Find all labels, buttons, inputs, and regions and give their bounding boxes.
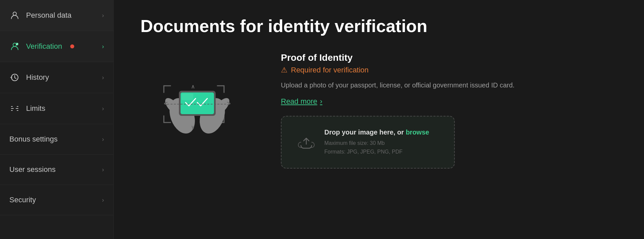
verification-icon <box>9 41 20 52</box>
required-badge: ⚠ Required for verification <box>281 66 617 74</box>
file-formats: Formats: JPG, JPEG, PNG, PDF <box>324 148 429 156</box>
svg-text:∧: ∧ <box>191 84 195 89</box>
user-sessions-label: User sessions <box>9 165 56 174</box>
warning-triangle-icon: ⚠ <box>281 66 288 74</box>
required-label: Required for verification <box>291 66 368 74</box>
drop-text-main: Drop your image here, or browse <box>324 129 429 136</box>
svg-text:∨: ∨ <box>191 125 195 130</box>
limits-label: Limits <box>26 104 45 113</box>
sidebar-item-history[interactable]: History › <box>0 62 113 93</box>
svg-rect-10 <box>182 93 193 100</box>
proof-of-identity-section: Proof of Identity ⚠ Required for verific… <box>281 52 617 169</box>
chevron-right-icon: › <box>102 166 104 173</box>
sidebar-item-bonus-settings[interactable]: Bonus settings › <box>0 124 113 155</box>
svg-text:<: < <box>164 100 168 107</box>
proof-of-identity-title: Proof of Identity <box>281 52 617 63</box>
bonus-settings-label: Bonus settings <box>9 135 58 144</box>
chevron-right-icon: › <box>102 74 104 81</box>
content-grid: < > ∧ ∨ Proof of Identity ⚠ Required for… <box>140 52 617 169</box>
history-label: History <box>26 73 49 82</box>
sidebar-item-verification[interactable]: Verification › <box>0 31 113 62</box>
limits-icon <box>9 103 20 114</box>
file-drop-zone[interactable]: Drop your image here, or browse Maximum … <box>281 116 455 169</box>
svg-text:>: > <box>227 100 231 107</box>
upload-icon <box>298 133 315 152</box>
browse-link[interactable]: browse <box>406 129 429 136</box>
history-icon <box>9 72 20 83</box>
svg-point-0 <box>13 12 16 15</box>
notification-dot <box>70 44 74 48</box>
phone-scan-illustration: < > ∧ ∨ <box>147 62 247 143</box>
chevron-right-icon: › <box>102 136 104 143</box>
chevron-right-icon: › <box>102 12 104 19</box>
page-title: Documents for identity verification <box>140 17 617 36</box>
sidebar-item-security[interactable]: Security › <box>0 185 113 215</box>
chevron-right-icon: › <box>102 105 104 112</box>
sidebar-item-user-sessions[interactable]: User sessions › <box>0 155 113 185</box>
read-more-label: Read more <box>281 97 317 106</box>
drop-zone-text: Drop your image here, or browse Maximum … <box>324 129 429 156</box>
sidebar-item-left: Personal data <box>9 10 72 21</box>
sidebar-item-left: History <box>9 72 49 83</box>
sidebar: Personal data › Verification › <box>0 0 114 239</box>
file-max-size: Maximum file size: 30 Mb <box>324 139 429 148</box>
sidebar-item-limits[interactable]: Limits › <box>0 93 113 124</box>
personal-data-label: Personal data <box>26 11 72 20</box>
security-label: Security <box>9 196 36 204</box>
proof-description: Upload a photo of your passport, license… <box>281 80 555 90</box>
chevron-right-icon: › <box>102 197 104 204</box>
sidebar-item-left: Limits <box>9 103 45 114</box>
chevron-right-icon: › <box>320 97 322 106</box>
drop-instruction: Drop your image here, or <box>324 129 406 136</box>
main-content: Documents for identity verification <box>114 0 644 239</box>
sidebar-item-left: Verification <box>9 41 74 52</box>
illustration-area: < > ∧ ∨ <box>140 62 254 143</box>
read-more-link[interactable]: Read more › <box>281 97 322 106</box>
sidebar-item-personal-data[interactable]: Personal data › <box>0 0 113 31</box>
chevron-right-icon: › <box>102 43 104 50</box>
right-panel: Proof of Identity ⚠ Required for verific… <box>281 52 617 169</box>
verification-label: Verification <box>26 42 62 51</box>
person-icon <box>9 10 20 21</box>
